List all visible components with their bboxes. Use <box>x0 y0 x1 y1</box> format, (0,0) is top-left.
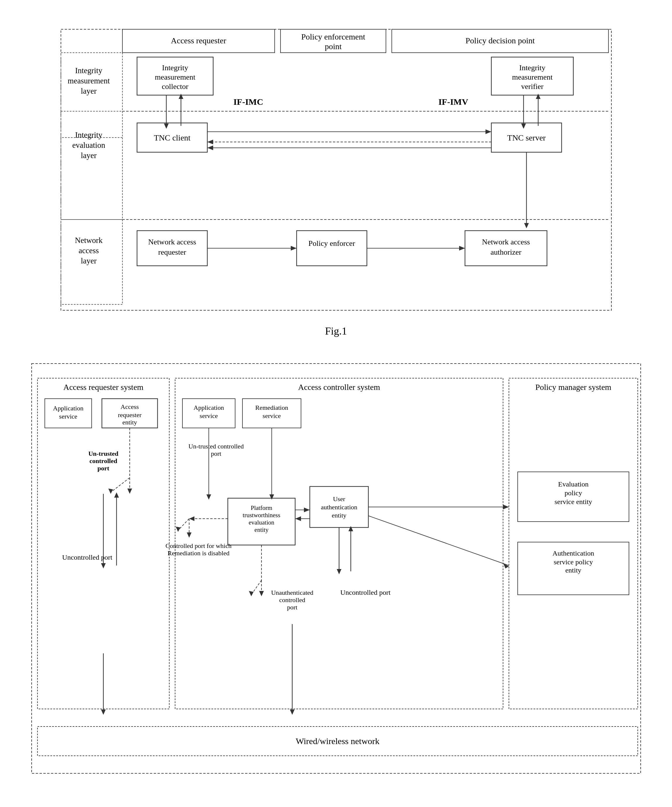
svg-text:Authentication: Authentication <box>552 550 594 557</box>
fig1-diagram: Access requester Policy enforcement poin… <box>58 12 614 316</box>
svg-text:trustworthiness: trustworthiness <box>243 511 280 519</box>
svg-rect-31 <box>61 111 122 219</box>
svg-text:entity: entity <box>331 511 346 519</box>
svg-text:service: service <box>59 413 77 420</box>
svg-text:User: User <box>333 495 345 503</box>
svg-text:TNC server: TNC server <box>507 133 546 142</box>
svg-text:Uncontrolled port: Uncontrolled port <box>340 589 391 596</box>
svg-text:Integrity: Integrity <box>75 66 102 75</box>
svg-marker-90 <box>114 492 119 498</box>
svg-text:service entity: service entity <box>554 498 592 505</box>
svg-text:Integrity: Integrity <box>519 63 546 72</box>
svg-marker-139 <box>259 591 264 596</box>
fig2-diagram: Access requester system Access controlle… <box>29 360 644 805</box>
fig1-caption: Fig.1 <box>325 325 347 337</box>
svg-text:port: port <box>97 465 109 472</box>
svg-text:policy: policy <box>564 489 582 497</box>
svg-text:layer: layer <box>81 256 96 265</box>
svg-text:port: port <box>287 604 297 611</box>
svg-text:Un-trusted controlled: Un-trusted controlled <box>188 443 244 450</box>
svg-marker-138 <box>249 591 254 596</box>
svg-marker-61 <box>291 246 297 251</box>
svg-marker-28 <box>521 123 526 129</box>
svg-rect-55 <box>297 231 367 266</box>
svg-text:service: service <box>200 412 218 420</box>
svg-text:entity: entity <box>122 418 137 426</box>
svg-text:verifier: verifier <box>521 82 544 91</box>
svg-text:Policy manager system: Policy manager system <box>535 383 611 392</box>
svg-marker-42 <box>207 139 213 144</box>
svg-text:Wired/wireless network: Wired/wireless network <box>296 736 379 746</box>
svg-marker-144 <box>348 526 353 531</box>
svg-text:requester: requester <box>118 411 141 418</box>
svg-text:Access requester system: Access requester system <box>63 383 143 392</box>
svg-marker-46 <box>524 223 529 228</box>
svg-line-126 <box>368 516 509 566</box>
fig2-container: Access requester system Access controlle… <box>29 360 644 807</box>
svg-text:entity: entity <box>254 526 268 533</box>
svg-marker-125 <box>503 505 509 509</box>
svg-text:Network access: Network access <box>148 237 196 246</box>
svg-text:Un-trusted: Un-trusted <box>88 450 118 457</box>
svg-text:Network access: Network access <box>482 237 530 246</box>
svg-text:Uncontrolled port: Uncontrolled port <box>62 553 112 561</box>
fig1-container: Access requester Policy enforcement poin… <box>29 12 644 337</box>
svg-text:Platform: Platform <box>251 504 272 511</box>
svg-text:Access requester: Access requester <box>171 36 226 45</box>
svg-text:Policy enforcer: Policy enforcer <box>308 239 355 247</box>
svg-line-82 <box>111 478 130 492</box>
svg-text:Application: Application <box>53 405 83 412</box>
svg-text:controlled: controlled <box>279 596 305 604</box>
svg-text:Network: Network <box>75 236 103 245</box>
svg-marker-113 <box>206 495 211 500</box>
svg-text:Access: Access <box>120 403 138 410</box>
svg-marker-30 <box>536 94 541 99</box>
svg-marker-119 <box>189 516 195 521</box>
svg-marker-123 <box>187 533 191 538</box>
svg-marker-92 <box>101 709 106 715</box>
svg-marker-88 <box>101 563 106 568</box>
svg-text:IF-IMC: IF-IMC <box>233 97 263 106</box>
svg-marker-142 <box>337 569 341 574</box>
svg-text:Integrity: Integrity <box>75 131 102 139</box>
page-container: Access requester Policy enforcement poin… <box>18 12 654 807</box>
svg-text:measurement: measurement <box>512 73 552 81</box>
svg-text:Remediation: Remediation <box>255 404 288 411</box>
svg-text:Application: Application <box>193 404 224 411</box>
svg-text:access: access <box>78 246 99 255</box>
svg-text:Evaluation: Evaluation <box>558 480 589 488</box>
svg-marker-26 <box>179 94 183 99</box>
svg-text:collector: collector <box>161 82 188 91</box>
svg-marker-122 <box>176 526 180 532</box>
svg-text:service: service <box>262 412 281 420</box>
svg-text:measurement: measurement <box>155 73 195 81</box>
svg-rect-69 <box>509 378 638 709</box>
svg-text:authentication: authentication <box>321 503 357 511</box>
svg-text:IF-IMV: IF-IMV <box>438 97 468 106</box>
svg-text:TNC client: TNC client <box>154 133 190 142</box>
svg-text:Access controller system: Access controller system <box>298 383 380 392</box>
svg-marker-131 <box>295 516 301 521</box>
svg-marker-40 <box>486 130 491 134</box>
svg-text:Remediation is disabled: Remediation is disabled <box>168 550 229 557</box>
svg-marker-115 <box>269 495 274 500</box>
svg-marker-129 <box>304 508 310 512</box>
svg-text:entity: entity <box>565 566 581 574</box>
svg-marker-44 <box>207 146 213 150</box>
svg-marker-63 <box>459 246 465 251</box>
svg-text:service policy: service policy <box>554 558 593 566</box>
svg-rect-147 <box>518 472 629 521</box>
svg-text:layer: layer <box>81 86 96 95</box>
svg-text:Integrity: Integrity <box>162 63 188 72</box>
svg-text:point: point <box>325 42 342 51</box>
svg-text:measurement: measurement <box>68 76 110 85</box>
svg-text:Policy enforcement: Policy enforcement <box>301 32 365 41</box>
svg-text:evaluation: evaluation <box>72 141 105 149</box>
svg-marker-127 <box>503 563 509 568</box>
svg-text:controlled: controlled <box>89 457 117 465</box>
svg-marker-24 <box>164 123 169 129</box>
svg-text:evaluation: evaluation <box>249 519 274 526</box>
svg-marker-84 <box>108 488 113 494</box>
svg-text:authorizer: authorizer <box>491 248 522 256</box>
svg-text:Controlled port for which: Controlled port for which <box>165 542 231 550</box>
